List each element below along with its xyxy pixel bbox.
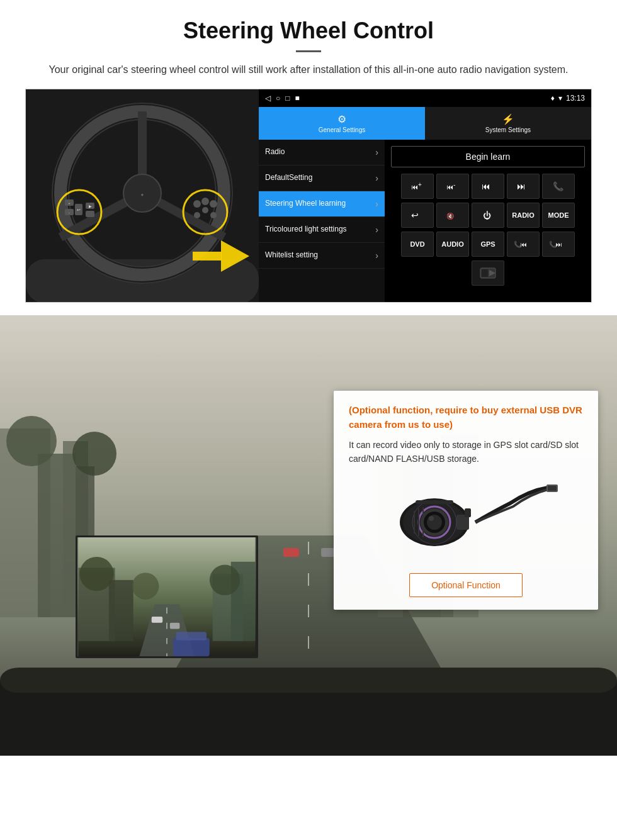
ctrl-record[interactable] xyxy=(472,260,504,286)
ctrl-row-1: ⏮+ ⏮- ⏮ ⏭ 📞 xyxy=(391,174,585,199)
statusbar-time: 13:13 xyxy=(566,94,585,103)
svg-text:↩: ↩ xyxy=(411,210,419,220)
svg-text:⏻: ⏻ xyxy=(483,211,491,220)
menu-default-label: DefaultSetting xyxy=(265,173,375,183)
svg-text:⏭: ⏭ xyxy=(517,181,526,191)
menu-radio-arrow: › xyxy=(375,147,378,157)
menu-whitelist-arrow: › xyxy=(375,250,378,260)
svg-text:+: + xyxy=(68,201,71,205)
control-panel: Begin learn ⏮+ ⏮- ⏮ xyxy=(385,140,591,302)
android-statusbar: ◁ ○ □ ■ ♦ ▾ 13:13 xyxy=(259,89,591,107)
steering-photo: ● + - ↩ ▶ xyxy=(26,89,259,303)
dvr-content-area: (Optional function, require to buy exter… xyxy=(0,372,617,756)
ctrl-next[interactable]: ⏭ xyxy=(507,174,540,199)
tab-system-settings[interactable]: ⚡ System Settings xyxy=(425,107,591,140)
svg-text:⏮: ⏮ xyxy=(411,183,418,191)
menu-item-tricolour[interactable]: Tricoloured light settings › xyxy=(259,217,385,243)
menu-radio-label: Radio xyxy=(265,147,375,157)
ctrl-dvd[interactable]: DVD xyxy=(401,232,434,257)
svg-text:📞: 📞 xyxy=(553,181,564,192)
ctrl-mode[interactable]: MODE xyxy=(542,203,575,228)
svg-point-25 xyxy=(194,212,200,218)
ctrl-vol-up[interactable]: ⏮+ xyxy=(401,174,434,199)
statusbar-info: ♦ ▾ 13:13 xyxy=(551,94,585,103)
tab-general-label: General Settings xyxy=(319,126,366,133)
svg-point-21 xyxy=(193,200,201,208)
back-icon: ◁ xyxy=(265,94,271,103)
android-content: Radio › DefaultSetting › Steering Wheel … xyxy=(259,140,591,302)
wifi-icon: ▾ xyxy=(558,94,562,103)
ctrl-phone[interactable]: 📞 xyxy=(542,174,575,199)
svg-text:●: ● xyxy=(141,192,144,198)
ctrl-prev[interactable]: ⏮ xyxy=(472,174,504,199)
svg-point-24 xyxy=(202,207,208,213)
svg-text:+: + xyxy=(418,181,422,188)
svg-text:⏮: ⏮ xyxy=(521,241,527,248)
ctrl-back[interactable]: ↩ xyxy=(401,203,434,228)
svg-rect-84 xyxy=(465,508,471,517)
ctrl-row-2: ↩ 🔇 ⏻ RADIO MODE xyxy=(391,203,585,228)
menu-item-radio[interactable]: Radio › xyxy=(259,140,385,165)
optional-function-button[interactable]: Optional Function xyxy=(409,573,523,597)
menu-item-steering[interactable]: Steering Wheel learning › xyxy=(259,191,385,217)
menu-whitelist-label: Whitelist setting xyxy=(265,250,375,260)
title-divider xyxy=(296,50,321,52)
dvr-section: Support DVR xyxy=(0,315,617,756)
menu-list: Radio › DefaultSetting › Steering Wheel … xyxy=(259,140,385,302)
dvr-info-card: (Optional function, require to buy exter… xyxy=(334,391,598,610)
begin-learn-row: Begin learn xyxy=(391,146,585,167)
ctrl-gps[interactable]: GPS xyxy=(472,232,504,257)
svg-text:-: - xyxy=(69,211,70,215)
dvr-description: It can record video only to storage in G… xyxy=(349,438,583,466)
android-tabs: ⚙ General Settings ⚡ System Settings xyxy=(259,107,591,140)
android-panel: ◁ ○ □ ■ ♦ ▾ 13:13 ⚙ General Settings xyxy=(259,89,591,302)
tab-system-label: System Settings xyxy=(485,126,531,133)
svg-point-26 xyxy=(210,212,217,218)
steering-demo-area: ● + - ↩ ▶ xyxy=(25,89,592,303)
ctrl-row-3: DVD AUDIO GPS 📞⏮ 📞⏭ xyxy=(391,232,585,257)
system-icon: ⚡ xyxy=(502,113,514,125)
svg-point-22 xyxy=(201,198,209,205)
svg-text:▶: ▶ xyxy=(89,204,92,208)
statusbar-nav-icons: ◁ ○ □ ■ xyxy=(265,94,300,103)
steering-description: Your original car's steering wheel contr… xyxy=(38,62,579,77)
menu-steering-label: Steering Wheel learning xyxy=(265,199,375,209)
ctrl-radio[interactable]: RADIO xyxy=(507,203,540,228)
ctrl-mute[interactable]: 🔇 xyxy=(436,203,469,228)
menu-steering-arrow: › xyxy=(375,199,378,209)
dvr-camera-image xyxy=(349,475,583,563)
menu-tricolour-label: Tricoloured light settings xyxy=(265,225,375,235)
svg-text:🔇: 🔇 xyxy=(446,212,455,220)
svg-text:-: - xyxy=(453,181,455,188)
menu-default-arrow: › xyxy=(375,173,378,183)
svg-point-81 xyxy=(427,515,442,530)
svg-rect-44 xyxy=(482,269,488,277)
ctrl-vol-down[interactable]: ⏮- xyxy=(436,174,469,199)
recent-icon: □ xyxy=(285,94,290,103)
signal-icon: ♦ xyxy=(551,94,555,103)
svg-text:⏮: ⏮ xyxy=(446,183,453,191)
dvr-optional-note: (Optional function, require to buy exter… xyxy=(349,403,583,432)
gear-icon: ⚙ xyxy=(337,113,346,125)
svg-rect-92 xyxy=(416,500,453,504)
svg-rect-88 xyxy=(548,486,557,491)
svg-text:⏮: ⏮ xyxy=(482,181,490,191)
svg-point-82 xyxy=(429,516,434,521)
tab-general-settings[interactable]: ⚙ General Settings xyxy=(259,107,425,140)
menu-item-default[interactable]: DefaultSetting › xyxy=(259,165,385,191)
steering-title: Steering Wheel Control xyxy=(25,18,592,44)
ctrl-power[interactable]: ⏻ xyxy=(472,203,504,228)
svg-text:⏭: ⏭ xyxy=(556,241,562,248)
begin-learn-button[interactable]: Begin learn xyxy=(391,146,585,167)
ctrl-row-4 xyxy=(391,260,585,286)
ctrl-phone-prev[interactable]: 📞⏮ xyxy=(507,232,540,257)
home-icon: ○ xyxy=(276,94,280,103)
svg-point-23 xyxy=(210,200,217,208)
menu-item-whitelist[interactable]: Whitelist setting › xyxy=(259,243,385,269)
steering-section: Steering Wheel Control Your original car… xyxy=(0,0,617,315)
ctrl-audio[interactable]: AUDIO xyxy=(436,232,469,257)
svg-text:↩: ↩ xyxy=(77,208,81,212)
menu-icon: ■ xyxy=(295,94,300,103)
svg-rect-28 xyxy=(193,252,222,260)
ctrl-phone-next[interactable]: 📞⏭ xyxy=(542,232,575,257)
